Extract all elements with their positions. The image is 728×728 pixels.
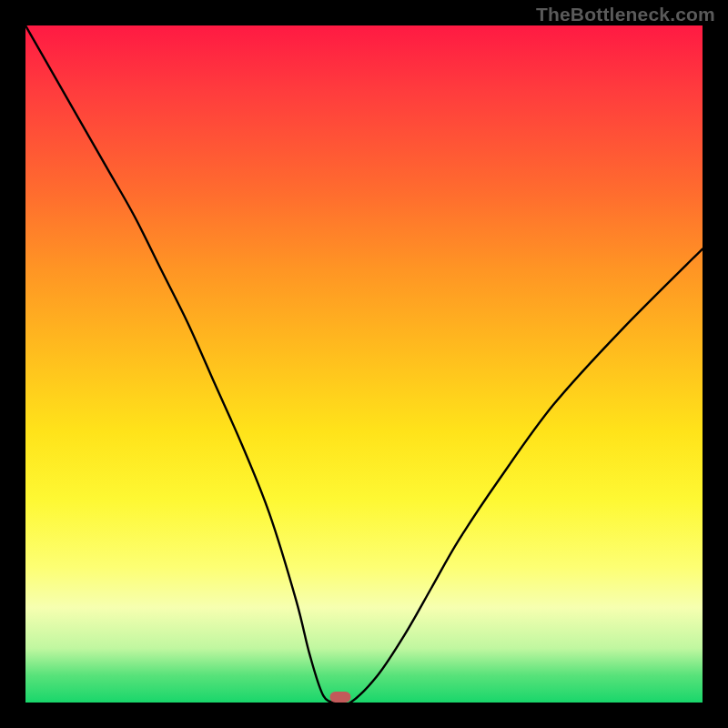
watermark-text: TheBottleneck.com: [536, 4, 715, 25]
optimal-marker-icon: [329, 692, 350, 703]
plot-area: [25, 25, 703, 703]
chart-frame: TheBottleneck.com: [0, 0, 728, 728]
bottleneck-curve: [25, 25, 703, 703]
